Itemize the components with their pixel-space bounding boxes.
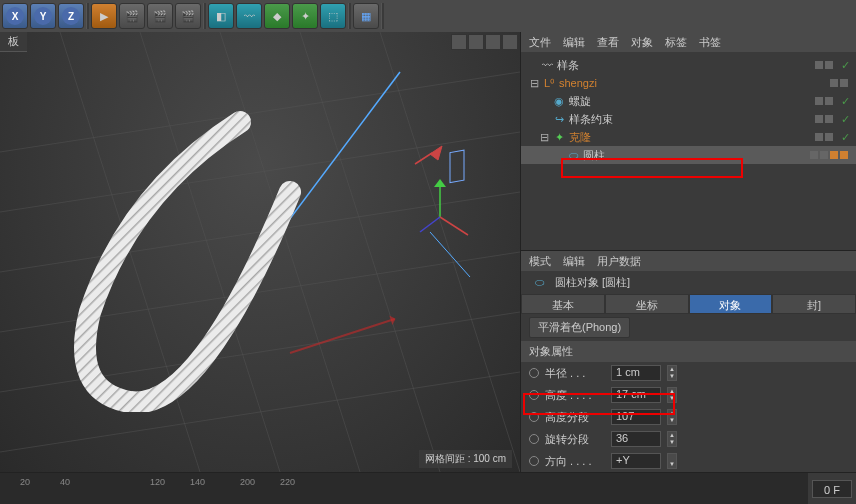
tab-caps[interactable]: 封] (772, 294, 856, 314)
spline-button[interactable]: 〰 (236, 3, 262, 29)
spinner[interactable]: ▲▼ (667, 365, 677, 381)
timeline-ruler[interactable]: 20 40 120 140 200 220 (0, 473, 808, 504)
deformer-button[interactable]: ⬚ (320, 3, 346, 29)
prop-orientation: 方向 . . . . +Y ▼ (521, 450, 856, 472)
arrow-icon: ▶ (100, 10, 108, 23)
primitive-cube-button[interactable]: ◧ (208, 3, 234, 29)
radio-icon[interactable] (529, 390, 539, 400)
menu-tags[interactable]: 标签 (665, 35, 687, 50)
radius-input[interactable]: 1 cm (611, 365, 661, 381)
attr-tabs: 基本 坐标 对象 封] (521, 294, 856, 314)
clone-icon: ✦ (552, 130, 566, 144)
tool-button-2[interactable]: 🎬 (119, 3, 145, 29)
y-axis-button[interactable]: Y (30, 3, 56, 29)
object-tree[interactable]: 〰 样条 ✓ ⊟L⁰ shengzi ◉ 螺旋 ✓ ↪ 样条约束 ✓ ⊟✦ 克 (521, 52, 856, 250)
spline-obj-icon: 〰 (540, 58, 554, 72)
null-icon: L⁰ (542, 76, 556, 90)
tree-item-spline[interactable]: 〰 样条 ✓ (521, 56, 856, 74)
spline-icon: 〰 (244, 10, 255, 22)
radio-icon[interactable] (529, 412, 539, 422)
attr-userdata[interactable]: 用户数据 (597, 254, 641, 269)
tree-item-cylinder[interactable]: ⬭ 圆柱 (521, 146, 856, 164)
prop-radius: 半径 . . . 1 cm ▲▼ (521, 362, 856, 384)
tool-button-1[interactable]: ▶ (91, 3, 117, 29)
tool-button-4[interactable]: 🎬 (175, 3, 201, 29)
attribute-manager: 模式 编辑 用户数据 ⬭ 圆柱对象 [圆柱] 基本 坐标 对象 封] 平滑着色(… (521, 250, 856, 472)
tab-coord[interactable]: 坐标 (605, 294, 689, 314)
cylinder-icon: ⬭ (532, 276, 546, 290)
tab-basic[interactable]: 基本 (521, 294, 605, 314)
menu-view[interactable]: 查看 (597, 35, 619, 50)
svg-line-14 (440, 217, 468, 235)
spinner[interactable]: ▲▼ (667, 431, 677, 447)
attr-menu: 模式 编辑 用户数据 (521, 251, 856, 271)
spinner[interactable]: ▲▼ (667, 387, 677, 403)
floor-button[interactable]: ▦ (353, 3, 379, 29)
x-axis-button[interactable]: X (2, 3, 28, 29)
helix-icon: ◉ (552, 94, 566, 108)
expand-toggle[interactable]: ⊟ (529, 77, 539, 90)
rope-object (30, 92, 350, 412)
menu-object[interactable]: 对象 (631, 35, 653, 50)
radio-icon[interactable] (529, 434, 539, 444)
expand-toggle[interactable]: ⊟ (539, 131, 549, 144)
current-frame-field[interactable]: 0 F (812, 480, 852, 498)
menu-bookmarks[interactable]: 书签 (699, 35, 721, 50)
phong-row: 平滑着色(Phong) (521, 314, 856, 341)
menu-file[interactable]: 文件 (529, 35, 551, 50)
radio-icon[interactable] (529, 368, 539, 378)
tree-item-clone[interactable]: ⊟✦ 克隆 ✓ (521, 128, 856, 146)
prop-rotation-segments: 旋转分段 36 ▲▼ (521, 428, 856, 450)
height-input[interactable]: 17 cm (611, 387, 661, 403)
phong-button[interactable]: 平滑着色(Phong) (529, 317, 630, 338)
section-header: 对象属性 (521, 341, 856, 362)
tool-button-3[interactable]: 🎬 (147, 3, 173, 29)
hseg-input[interactable]: 107 (611, 409, 661, 425)
constraint-icon: ↪ (552, 112, 566, 126)
tree-item-shengzi[interactable]: ⊟L⁰ shengzi (521, 74, 856, 92)
object-manager-menu: 文件 编辑 查看 对象 标签 书签 (521, 32, 856, 52)
svg-line-15 (420, 217, 440, 232)
radio-icon[interactable] (529, 456, 539, 466)
prop-height: 高度 . . . . 17 cm ▲▼ (521, 384, 856, 406)
viewport[interactable]: 板 (0, 32, 520, 472)
clapper-icon: 🎬 (125, 10, 139, 23)
attr-title: ⬭ 圆柱对象 [圆柱] (521, 271, 856, 294)
clapper-icon-3: 🎬 (181, 10, 195, 23)
grid-spacing-hud: 网格间距 : 100 cm (419, 450, 512, 468)
check-icon[interactable]: ✓ (841, 59, 850, 72)
cylinder-icon: ⬭ (566, 148, 580, 162)
gen-icon-1: ◆ (273, 10, 281, 23)
check-icon[interactable]: ✓ (841, 113, 850, 126)
menu-edit[interactable]: 编辑 (563, 35, 585, 50)
svg-line-10 (380, 32, 520, 472)
timeline-bar: 20 40 120 140 200 220 0 F (0, 472, 856, 504)
tree-item-helix[interactable]: ◉ 螺旋 ✓ (521, 92, 856, 110)
deform-icon: ⬚ (328, 10, 338, 23)
generator-button-2[interactable]: ✦ (292, 3, 318, 29)
gen-icon-2: ✦ (301, 10, 310, 23)
generator-button-1[interactable]: ◆ (264, 3, 290, 29)
spinner[interactable]: ▲▼ (667, 409, 677, 425)
check-icon[interactable]: ✓ (841, 95, 850, 108)
cube-icon: ◧ (216, 10, 226, 23)
prop-height-segments: 高度分段 107 ▲▼ (521, 406, 856, 428)
main-toolbar: X Y Z ▶ 🎬 🎬 🎬 ◧ 〰 ◆ ✦ ⬚ ▦ (0, 0, 856, 32)
floor-icon: ▦ (361, 10, 371, 23)
svg-line-12 (430, 232, 470, 277)
dropdown-icon[interactable]: ▼ (667, 453, 677, 469)
check-icon[interactable]: ✓ (841, 131, 850, 144)
attr-edit[interactable]: 编辑 (563, 254, 585, 269)
attr-mode[interactable]: 模式 (529, 254, 551, 269)
orient-select[interactable]: +Y (611, 453, 661, 469)
z-axis-button[interactable]: Z (58, 3, 84, 29)
svg-line-16 (415, 153, 432, 164)
tab-object[interactable]: 对象 (689, 294, 773, 314)
tree-item-spline-constraint[interactable]: ↪ 样条约束 ✓ (521, 110, 856, 128)
rseg-input[interactable]: 36 (611, 431, 661, 447)
svg-rect-17 (450, 150, 464, 182)
clapper-icon-2: 🎬 (153, 10, 167, 23)
